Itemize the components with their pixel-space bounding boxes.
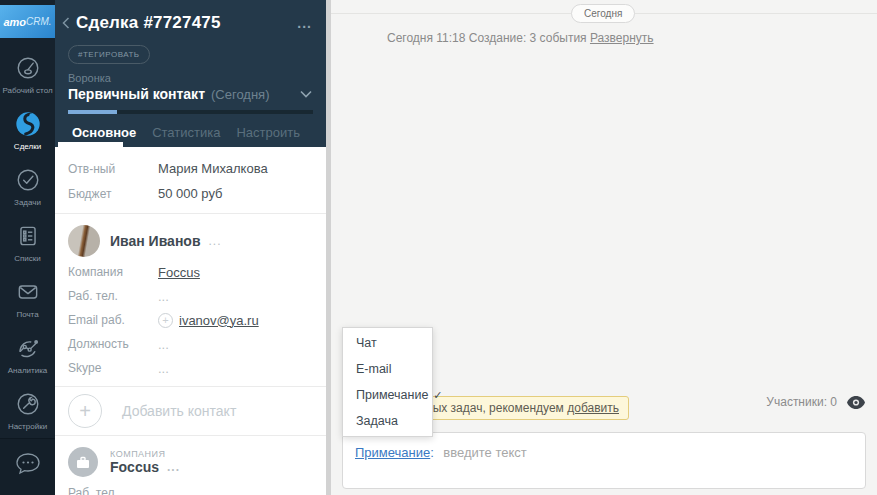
stage-selector[interactable]: Первичный контакт (Сегодня) xyxy=(68,86,312,102)
deal-body: Отв-ный Мария Михалкова Бюджет 50 000 ру… xyxy=(55,147,326,495)
note-composer[interactable]: Примечание: введите текст xyxy=(342,432,866,489)
contact-card: Иван Иванов ... xyxy=(55,222,326,260)
note-input-placeholder: введите текст xyxy=(443,445,526,460)
budget-value[interactable]: 50 000 руб xyxy=(158,186,223,201)
lists-icon xyxy=(13,221,43,251)
note-type-selector[interactable]: Примечание xyxy=(355,445,430,460)
contact-more-icon[interactable]: ... xyxy=(209,234,222,248)
stage-name: Первичный контакт xyxy=(68,86,205,102)
sidebar-item-settings[interactable]: Настройки xyxy=(0,382,55,438)
active-tab-indicator xyxy=(58,142,123,147)
tag-button[interactable]: #ТЕГИРОВАТЬ xyxy=(68,45,150,64)
sidebar-item-label: Списки xyxy=(12,254,43,264)
settings-icon xyxy=(13,389,43,419)
add-task-link[interactable]: добавить xyxy=(567,401,619,415)
event-text: Сегодня 11:18 Создание: 3 события xyxy=(387,31,587,45)
field-row-position: Должность ... xyxy=(55,332,326,356)
menu-item-email[interactable]: E-mail xyxy=(343,356,432,382)
stage-progress-fill xyxy=(68,110,117,114)
eye-icon[interactable] xyxy=(847,396,865,409)
sidebar-item-label: Задачи xyxy=(12,198,43,208)
note-type-dropdown: Чат E-mail Примечание✓ Задача xyxy=(342,327,433,437)
sidebar: amoCRM. Рабочий стол Сделки xyxy=(0,0,55,495)
deal-more-menu-icon[interactable]: ... xyxy=(297,20,312,26)
company-avatar[interactable] xyxy=(68,447,98,477)
skype-value[interactable]: ... xyxy=(158,361,169,376)
sidebar-item-label: Аналитика xyxy=(6,366,50,376)
field-row-responsible: Отв-ный Мария Михалкова xyxy=(55,156,326,181)
logo-text: amo xyxy=(3,16,26,28)
plus-circle-icon: + xyxy=(68,394,102,428)
menu-item-chat[interactable]: Чат xyxy=(343,330,432,356)
tab-configure[interactable]: Настроить xyxy=(236,125,300,140)
support-chat-icon[interactable] xyxy=(13,451,43,481)
sidebar-item-tasks[interactable]: Задачи xyxy=(0,158,55,214)
field-row-budget: Бюджет 50 000 руб xyxy=(55,181,326,206)
deal-tabs: Основное Статистика Настроить xyxy=(55,117,326,147)
deal-header: Сделка #7727475 ... #ТЕГИРОВАТЬ Воронка … xyxy=(55,0,326,147)
tab-statistics[interactable]: Статистика xyxy=(152,125,220,140)
work-phone-value[interactable]: ... xyxy=(158,289,169,304)
sidebar-item-deals[interactable]: Сделки xyxy=(0,102,55,158)
participants-count: Участники: 0 xyxy=(766,395,837,409)
add-contact-label: Добавить контакт xyxy=(122,403,236,419)
day-badge: Сегодня xyxy=(571,4,635,23)
stage-progress-bar[interactable] xyxy=(68,110,313,114)
tasks-icon xyxy=(13,165,43,195)
chevron-down-icon[interactable] xyxy=(300,90,312,98)
sidebar-item-desktop[interactable]: Рабочий стол xyxy=(0,46,55,102)
company-more-icon[interactable]: ... xyxy=(167,460,180,474)
check-icon: ✓ xyxy=(433,389,442,401)
tab-main[interactable]: Основное xyxy=(72,125,136,140)
company-link[interactable]: Foccus xyxy=(158,265,200,280)
stage-date: (Сегодня) xyxy=(211,87,269,102)
funnel-label: Воронка xyxy=(68,72,326,84)
sidebar-nav: Рабочий стол Сделки Задачи xyxy=(0,46,55,438)
sidebar-footer xyxy=(0,438,55,495)
contact-name[interactable]: Иван Иванов xyxy=(110,233,201,249)
sidebar-item-mail[interactable]: Почта xyxy=(0,270,55,326)
add-contact-button[interactable]: + Добавить контакт xyxy=(55,387,326,436)
deal-title: Сделка #7727475 xyxy=(76,13,221,33)
expand-link[interactable]: Развернуть xyxy=(590,31,654,45)
dashboard-icon xyxy=(13,53,43,83)
field-row-company: Компания Foccus xyxy=(55,260,326,284)
contact-avatar[interactable] xyxy=(68,225,100,257)
sidebar-item-label: Рабочий стол xyxy=(0,86,54,96)
position-value[interactable]: ... xyxy=(158,337,169,352)
sidebar-item-analytics[interactable]: Аналитика xyxy=(0,326,55,382)
back-chevron-icon[interactable] xyxy=(59,14,73,32)
email-link[interactable]: ivanov@ya.ru xyxy=(179,313,259,328)
field-row-email: Email раб. + ivanov@ya.ru xyxy=(55,308,326,332)
mail-icon xyxy=(13,277,43,307)
responsible-value[interactable]: Мария Михалкова xyxy=(158,161,268,176)
analytics-icon xyxy=(13,333,43,363)
company-card: КОМПАНИЯ Foccus ... xyxy=(55,444,326,480)
company-type-label: КОМПАНИЯ xyxy=(110,449,180,459)
timeline-area: Сегодня Сегодня 11:18 Создание: 3 событи… xyxy=(331,0,877,495)
deal-panel: Сделка #7727475 ... #ТЕГИРОВАТЬ Воронка … xyxy=(55,0,326,495)
field-row-work-phone: Раб. тел. ... xyxy=(55,284,326,308)
sidebar-item-lists[interactable]: Списки xyxy=(0,214,55,270)
app-root: amoCRM. Рабочий стол Сделки xyxy=(0,0,877,495)
amocrm-logo[interactable]: amoCRM. xyxy=(0,5,55,38)
sidebar-item-label: Настройки xyxy=(6,422,49,432)
sidebar-item-label: Сделки xyxy=(12,142,43,152)
field-row-skype: Skype ... xyxy=(55,356,326,380)
add-email-icon[interactable]: + xyxy=(158,313,173,328)
timeline-event: Сегодня 11:18 Создание: 3 события Развер… xyxy=(387,31,654,45)
deals-icon xyxy=(13,109,43,139)
menu-item-task[interactable]: Задача xyxy=(343,408,432,434)
sidebar-item-label: Почта xyxy=(14,310,40,320)
company-name[interactable]: Foccus xyxy=(110,459,159,475)
company-phone-value[interactable]: ... xyxy=(158,485,169,495)
participants-widget: Участники: 0 xyxy=(766,395,865,409)
menu-item-note[interactable]: Примечание✓ xyxy=(343,382,432,408)
field-row-company-phone: Раб. тел. ... xyxy=(55,480,326,495)
